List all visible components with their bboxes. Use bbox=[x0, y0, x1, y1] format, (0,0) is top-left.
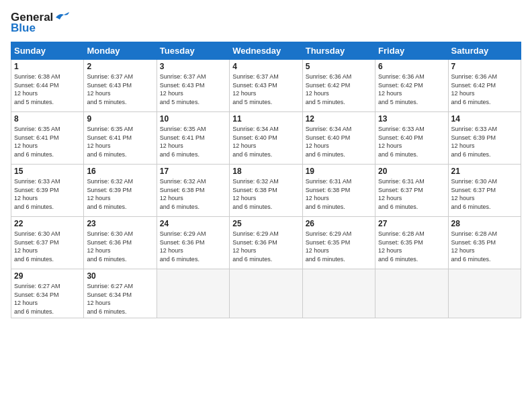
empty-cell bbox=[230, 269, 302, 318]
day-info: Sunrise: 6:35 AMSunset: 6:41 PM12 hoursa… bbox=[14, 125, 81, 158]
day-number: 3 bbox=[160, 62, 226, 71]
day-number: 30 bbox=[87, 271, 153, 281]
day-cell-8: 8Sunrise: 6:35 AMSunset: 6:41 PM12 hours… bbox=[11, 112, 84, 165]
day-number: 22 bbox=[14, 219, 81, 228]
day-info: Sunrise: 6:37 AMSunset: 6:43 PM12 hoursa… bbox=[87, 73, 153, 106]
header-sunday: Sunday bbox=[11, 42, 84, 60]
day-info: Sunrise: 6:36 AMSunset: 6:42 PM12 hoursa… bbox=[306, 73, 372, 106]
day-info: Sunrise: 6:30 AMSunset: 6:37 PM12 hoursa… bbox=[451, 177, 518, 211]
day-number: 19 bbox=[306, 167, 372, 176]
day-info: Sunrise: 6:28 AMSunset: 6:35 PM12 hoursa… bbox=[451, 230, 518, 263]
day-info: Sunrise: 6:33 AMSunset: 6:39 PM12 hoursa… bbox=[451, 125, 518, 158]
empty-cell bbox=[375, 269, 448, 318]
day-number: 10 bbox=[160, 114, 226, 124]
day-number: 20 bbox=[378, 167, 445, 176]
day-cell-19: 19Sunrise: 6:31 AMSunset: 6:38 PM12 hour… bbox=[302, 165, 375, 217]
day-cell-11: 11Sunrise: 6:34 AMSunset: 6:40 PM12 hour… bbox=[230, 112, 302, 165]
day-info: Sunrise: 6:29 AMSunset: 6:36 PM12 hoursa… bbox=[160, 230, 226, 263]
day-cell-17: 17Sunrise: 6:32 AMSunset: 6:38 PM12 hour… bbox=[157, 165, 229, 217]
day-info: Sunrise: 6:33 AMSunset: 6:40 PM12 hoursa… bbox=[378, 125, 445, 158]
day-cell-18: 18Sunrise: 6:32 AMSunset: 6:38 PM12 hour… bbox=[230, 165, 302, 217]
logo-blue: Blue bbox=[11, 21, 36, 35]
day-info: Sunrise: 6:29 AMSunset: 6:35 PM12 hoursa… bbox=[306, 230, 372, 263]
day-cell-3: 3Sunrise: 6:37 AMSunset: 6:43 PM12 hours… bbox=[157, 60, 229, 112]
day-number: 27 bbox=[378, 219, 445, 228]
day-cell-2: 2Sunrise: 6:37 AMSunset: 6:43 PM12 hours… bbox=[84, 60, 157, 112]
day-info: Sunrise: 6:34 AMSunset: 6:40 PM12 hoursa… bbox=[306, 125, 372, 158]
week-row-2: 8Sunrise: 6:35 AMSunset: 6:41 PM12 hours… bbox=[11, 112, 521, 165]
day-number: 28 bbox=[451, 219, 518, 228]
header: General Blue bbox=[11, 11, 521, 35]
day-cell-15: 15Sunrise: 6:33 AMSunset: 6:39 PM12 hour… bbox=[11, 165, 84, 217]
day-number: 29 bbox=[14, 271, 81, 281]
day-info: Sunrise: 6:38 AMSunset: 6:44 PM12 hoursa… bbox=[14, 73, 81, 106]
empty-cell bbox=[302, 269, 375, 318]
calendar-table: SundayMondayTuesdayWednesdayThursdayFrid… bbox=[11, 42, 521, 318]
day-number: 23 bbox=[87, 219, 153, 228]
day-number: 9 bbox=[87, 114, 153, 124]
day-info: Sunrise: 6:37 AMSunset: 6:43 PM12 hoursa… bbox=[232, 73, 299, 106]
day-info: Sunrise: 6:29 AMSunset: 6:36 PM12 hoursa… bbox=[232, 230, 299, 263]
day-cell-24: 24Sunrise: 6:29 AMSunset: 6:36 PM12 hour… bbox=[157, 217, 229, 269]
day-cell-20: 20Sunrise: 6:31 AMSunset: 6:37 PM12 hour… bbox=[375, 165, 448, 217]
day-cell-9: 9Sunrise: 6:35 AMSunset: 6:41 PM12 hours… bbox=[84, 112, 157, 165]
day-number: 15 bbox=[14, 167, 81, 176]
day-number: 7 bbox=[451, 62, 518, 71]
day-number: 1 bbox=[14, 62, 81, 71]
page: General Blue SundayMondayTuesdayWednesda… bbox=[0, 0, 532, 411]
day-cell-25: 25Sunrise: 6:29 AMSunset: 6:36 PM12 hour… bbox=[230, 217, 302, 269]
header-saturday: Saturday bbox=[448, 42, 521, 60]
day-info: Sunrise: 6:32 AMSunset: 6:39 PM12 hoursa… bbox=[87, 177, 153, 211]
day-cell-12: 12Sunrise: 6:34 AMSunset: 6:40 PM12 hour… bbox=[302, 112, 375, 165]
day-cell-16: 16Sunrise: 6:32 AMSunset: 6:39 PM12 hour… bbox=[84, 165, 157, 217]
day-number: 12 bbox=[306, 114, 372, 124]
day-number: 25 bbox=[232, 219, 299, 228]
day-cell-5: 5Sunrise: 6:36 AMSunset: 6:42 PM12 hours… bbox=[302, 60, 375, 112]
day-cell-7: 7Sunrise: 6:36 AMSunset: 6:42 PM12 hours… bbox=[448, 60, 521, 112]
header-wednesday: Wednesday bbox=[230, 42, 302, 60]
day-cell-14: 14Sunrise: 6:33 AMSunset: 6:39 PM12 hour… bbox=[448, 112, 521, 165]
day-cell-27: 27Sunrise: 6:28 AMSunset: 6:35 PM12 hour… bbox=[375, 217, 448, 269]
logo: General Blue bbox=[11, 11, 69, 35]
day-info: Sunrise: 6:34 AMSunset: 6:40 PM12 hoursa… bbox=[232, 125, 299, 158]
day-number: 26 bbox=[306, 219, 372, 228]
day-number: 13 bbox=[378, 114, 445, 124]
header-friday: Friday bbox=[375, 42, 448, 60]
day-info: Sunrise: 6:35 AMSunset: 6:41 PM12 hoursa… bbox=[160, 125, 226, 158]
day-cell-22: 22Sunrise: 6:30 AMSunset: 6:37 PM12 hour… bbox=[11, 217, 84, 269]
week-row-5: 29Sunrise: 6:27 AMSunset: 6:34 PM12 hour… bbox=[11, 269, 521, 318]
week-row-1: 1Sunrise: 6:38 AMSunset: 6:44 PM12 hours… bbox=[11, 60, 521, 112]
day-number: 2 bbox=[87, 62, 153, 71]
day-info: Sunrise: 6:31 AMSunset: 6:37 PM12 hoursa… bbox=[378, 177, 445, 211]
day-info: Sunrise: 6:27 AMSunset: 6:34 PM12 hoursa… bbox=[87, 282, 153, 316]
day-number: 5 bbox=[306, 62, 372, 71]
day-cell-26: 26Sunrise: 6:29 AMSunset: 6:35 PM12 hour… bbox=[302, 217, 375, 269]
day-cell-1: 1Sunrise: 6:38 AMSunset: 6:44 PM12 hours… bbox=[11, 60, 84, 112]
day-info: Sunrise: 6:27 AMSunset: 6:34 PM12 hoursa… bbox=[14, 282, 81, 316]
day-info: Sunrise: 6:32 AMSunset: 6:38 PM12 hoursa… bbox=[232, 177, 299, 211]
day-cell-10: 10Sunrise: 6:35 AMSunset: 6:41 PM12 hour… bbox=[157, 112, 229, 165]
day-info: Sunrise: 6:32 AMSunset: 6:38 PM12 hoursa… bbox=[160, 177, 226, 211]
day-number: 14 bbox=[451, 114, 518, 124]
day-info: Sunrise: 6:30 AMSunset: 6:37 PM12 hoursa… bbox=[14, 230, 81, 263]
day-info: Sunrise: 6:36 AMSunset: 6:42 PM12 hoursa… bbox=[451, 73, 518, 106]
day-info: Sunrise: 6:28 AMSunset: 6:35 PM12 hoursa… bbox=[378, 230, 445, 263]
day-number: 4 bbox=[232, 62, 299, 71]
day-cell-29: 29Sunrise: 6:27 AMSunset: 6:34 PM12 hour… bbox=[11, 269, 84, 318]
day-info: Sunrise: 6:36 AMSunset: 6:42 PM12 hoursa… bbox=[378, 73, 445, 106]
day-cell-21: 21Sunrise: 6:30 AMSunset: 6:37 PM12 hour… bbox=[448, 165, 521, 217]
logo-bird-icon bbox=[54, 11, 69, 24]
day-number: 16 bbox=[87, 167, 153, 176]
day-number: 17 bbox=[160, 167, 226, 176]
day-info: Sunrise: 6:30 AMSunset: 6:36 PM12 hoursa… bbox=[87, 230, 153, 263]
day-cell-23: 23Sunrise: 6:30 AMSunset: 6:36 PM12 hour… bbox=[84, 217, 157, 269]
day-number: 21 bbox=[451, 167, 518, 176]
day-number: 11 bbox=[232, 114, 299, 124]
empty-cell bbox=[448, 269, 521, 318]
day-number: 8 bbox=[14, 114, 81, 124]
day-cell-28: 28Sunrise: 6:28 AMSunset: 6:35 PM12 hour… bbox=[448, 217, 521, 269]
day-info: Sunrise: 6:37 AMSunset: 6:43 PM12 hoursa… bbox=[160, 73, 226, 106]
day-info: Sunrise: 6:33 AMSunset: 6:39 PM12 hoursa… bbox=[14, 177, 81, 211]
week-row-3: 15Sunrise: 6:33 AMSunset: 6:39 PM12 hour… bbox=[11, 165, 521, 217]
day-number: 18 bbox=[232, 167, 299, 176]
